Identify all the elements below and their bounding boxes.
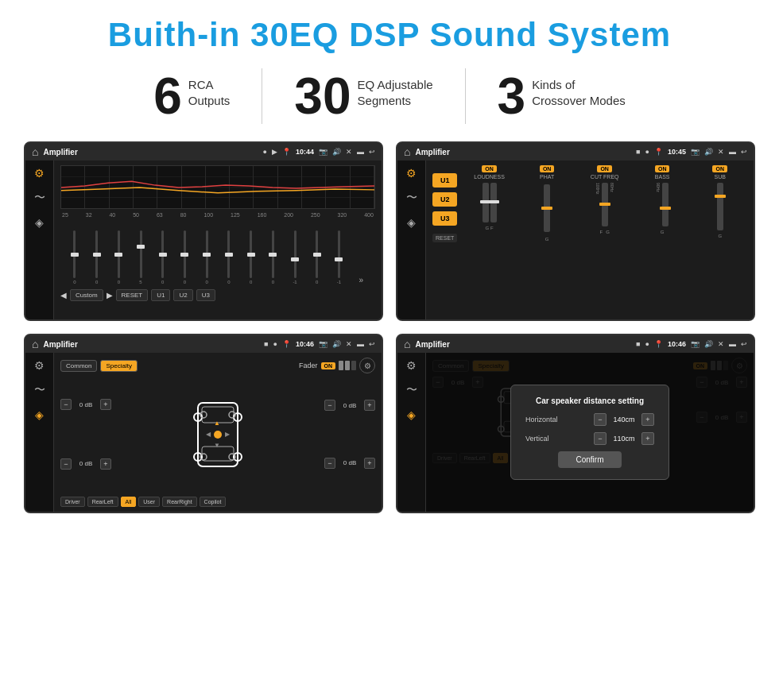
btn-reset[interactable]: RESET xyxy=(116,289,149,301)
eq-slider-6[interactable]: 0 xyxy=(174,230,196,284)
eq-label-200: 200 xyxy=(284,212,293,218)
db-control-tr: − 0 dB + xyxy=(324,400,375,411)
u3-btn[interactable]: U3 xyxy=(432,211,457,226)
eq-slider-13[interactable]: -1 xyxy=(328,230,351,284)
db-minus-tr[interactable]: − xyxy=(324,400,335,411)
confirm-button[interactable]: Confirm xyxy=(558,451,622,468)
eq-slider-1[interactable]: 0 xyxy=(64,230,86,284)
bass-slider[interactable] xyxy=(662,183,669,226)
btn-u1[interactable]: U1 xyxy=(151,289,170,301)
sidebar-speaker-icon-4[interactable]: ◈ xyxy=(407,408,416,421)
sub-slider-l[interactable] xyxy=(717,183,723,230)
eq-slider-2[interactable]: 0 xyxy=(86,230,108,284)
sidebar-wave-icon[interactable]: 〜 xyxy=(34,191,45,205)
phat-slider[interactable] xyxy=(544,184,550,232)
reset-btn[interactable]: RESET xyxy=(432,234,457,242)
phat-on[interactable]: ON xyxy=(540,165,555,172)
sidebar-wave-icon-3[interactable]: 〜 xyxy=(34,383,45,397)
vol-icon3: 🔊 xyxy=(332,340,341,348)
slider-thumb xyxy=(269,253,277,257)
eq-slider-3[interactable]: 0 xyxy=(107,230,130,284)
back-icon1[interactable]: ↩ xyxy=(369,148,375,156)
eq-label-25: 25 xyxy=(62,212,68,218)
channel-phat: ON PHAT G xyxy=(520,165,575,315)
screen4-status-bar: ⌂ Amplifier ■ ● 📍 10:46 📷 🔊 ✕ ▬ ↩ xyxy=(397,335,754,353)
prev-icon[interactable]: ◀ xyxy=(60,291,67,300)
loudness-on[interactable]: ON xyxy=(482,165,497,172)
horizontal-minus[interactable]: − xyxy=(594,413,607,426)
sidebar-speaker-icon-3[interactable]: ◈ xyxy=(35,408,44,421)
stat-item-crossover: 3 Kinds ofCrossover Modes xyxy=(466,71,657,122)
btn-rearleft[interactable]: RearLeft xyxy=(87,497,118,507)
eq-slider-5[interactable]: 0 xyxy=(152,230,174,284)
db-minus-bl[interactable]: − xyxy=(60,458,72,470)
sidebar-eq-icon-2[interactable]: ⚙ xyxy=(406,167,417,180)
sidebar-speaker-icon-2[interactable]: ◈ xyxy=(407,216,416,229)
btn-u2[interactable]: U2 xyxy=(173,289,192,301)
home-icon-3[interactable]: ⌂ xyxy=(32,338,38,350)
eq-slider-8[interactable]: 0 xyxy=(218,230,240,284)
eq-slider-9[interactable]: 0 xyxy=(240,230,262,284)
back-icon2[interactable]: ↩ xyxy=(741,148,747,156)
sidebar-eq-icon[interactable]: ⚙ xyxy=(34,167,45,180)
back-icon3[interactable]: ↩ xyxy=(369,340,375,348)
settings-icon-3[interactable]: ⚙ xyxy=(359,358,375,373)
cutfreq-on[interactable]: ON xyxy=(597,165,612,172)
u2-btn[interactable]: U2 xyxy=(432,192,457,207)
eq-slider-4[interactable]: 5 xyxy=(130,230,152,284)
fader-bar xyxy=(351,361,356,370)
vertical-minus[interactable]: − xyxy=(594,432,607,445)
vertical-plus[interactable]: + xyxy=(641,432,654,445)
db-minus-br[interactable]: − xyxy=(324,458,335,469)
fader-bar xyxy=(345,361,350,370)
eq-label-32: 32 xyxy=(86,212,92,218)
db-plus-tl[interactable]: + xyxy=(100,399,111,410)
next-icon[interactable]: ▶ xyxy=(107,291,113,300)
home-icon[interactable]: ⌂ xyxy=(32,145,38,158)
btn-u3[interactable]: U3 xyxy=(196,289,215,301)
eq-slider-arrows[interactable]: » xyxy=(350,276,372,284)
screen4-content: ⚙ 〜 ◈ Common Specialty ON xyxy=(397,353,754,512)
db-minus-tl[interactable]: − xyxy=(60,399,72,410)
screen2-status-bar: ⌂ Amplifier ■ ● 📍 10:45 📷 🔊 ✕ ▬ ↩ xyxy=(397,143,754,160)
sidebar-wave-icon-2[interactable]: 〜 xyxy=(406,191,417,205)
sidebar-speaker-icon[interactable]: ◈ xyxy=(35,216,44,229)
horizontal-plus[interactable]: + xyxy=(641,413,654,426)
eq-slider-12[interactable]: 0 xyxy=(306,230,328,284)
screen1: ⌂ Amplifier ● ▶ 📍 10:44 📷 🔊 ✕ ▬ ↩ ⚙ 〜 ◈ xyxy=(24,141,383,321)
home-icon-2[interactable]: ⌂ xyxy=(404,145,410,158)
eq-slider-7[interactable]: 0 xyxy=(196,230,218,284)
cutfreq-slider[interactable] xyxy=(602,183,608,226)
db-plus-tr[interactable]: + xyxy=(364,400,375,411)
eq-label-63: 63 xyxy=(157,212,163,218)
preset-custom[interactable]: Custom xyxy=(70,289,103,301)
tab-specialty-3[interactable]: Specialty xyxy=(100,360,137,372)
eq-slider-11[interactable]: -1 xyxy=(284,230,306,284)
slider-value: 0 xyxy=(161,280,164,284)
screen2-sidebar: ⚙ 〜 ◈ xyxy=(397,160,426,319)
sidebar-wave-icon-4[interactable]: 〜 xyxy=(406,383,417,397)
sidebar-eq-icon-3[interactable]: ⚙ xyxy=(34,359,45,372)
fader-on-3[interactable]: ON xyxy=(321,362,336,369)
bass-on[interactable]: ON xyxy=(655,165,670,172)
db-plus-br[interactable]: + xyxy=(364,458,375,469)
slider-thumb xyxy=(335,257,343,261)
home-icon-4[interactable]: ⌂ xyxy=(404,338,410,350)
sidebar-eq-icon-4[interactable]: ⚙ xyxy=(406,359,417,372)
screen3-app-name: Amplifier xyxy=(43,340,259,349)
btn-user[interactable]: User xyxy=(138,497,160,507)
eq-slider-10[interactable]: 0 xyxy=(262,230,284,284)
loudness-slider-r[interactable] xyxy=(490,183,497,222)
sub-on[interactable]: ON xyxy=(712,165,727,172)
tab-common-3[interactable]: Common xyxy=(60,360,97,372)
u1-btn[interactable]: U1 xyxy=(432,173,457,188)
btn-driver[interactable]: Driver xyxy=(60,497,85,507)
db-plus-bl[interactable]: + xyxy=(100,458,111,470)
btn-all[interactable]: All xyxy=(121,497,137,507)
eq-label-250: 250 xyxy=(311,212,320,218)
back-icon4[interactable]: ↩ xyxy=(741,340,747,348)
btn-rearright[interactable]: RearRight xyxy=(162,497,197,507)
btn-copilot[interactable]: Copilot xyxy=(200,497,227,507)
win-icon3: ▬ xyxy=(357,340,364,348)
svg-text:◀: ◀ xyxy=(206,431,211,438)
